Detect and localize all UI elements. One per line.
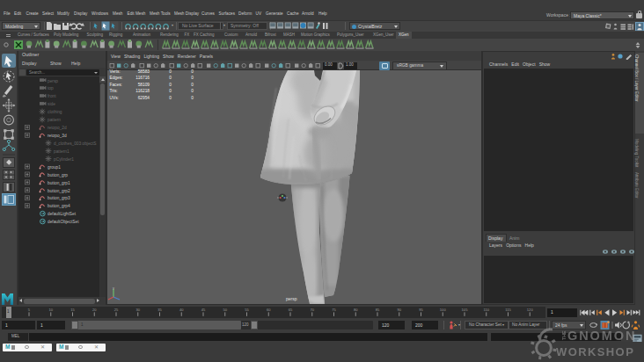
svg-text:pattern: pattern [48, 118, 61, 122]
svg-text:retopo_3d: retopo_3d [48, 134, 67, 138]
svg-text:defaultObjectSet: defaultObjectSet [48, 220, 79, 224]
svg-text:10: 10 [48, 308, 53, 312]
svg-text:pattern1: pattern1 [54, 149, 70, 154]
svg-text:60: 60 [267, 308, 271, 312]
svg-text:20: 20 [92, 308, 97, 312]
svg-text:WORKSHOP: WORKSHOP [556, 345, 634, 358]
svg-text:button_grp1: button_grp1 [48, 181, 70, 185]
svg-text:35: 35 [157, 308, 162, 312]
svg-text:d_clothes_003:objectS: d_clothes_003:objectS [54, 141, 97, 146]
svg-text:button_grp3: button_grp3 [48, 196, 70, 200]
svg-text:15: 15 [70, 308, 75, 312]
svg-text:side: side [48, 102, 55, 106]
svg-text:front: front [48, 94, 56, 98]
svg-text:defaultLightSet: defaultLightSet [48, 212, 77, 216]
svg-text:clothing: clothing [48, 110, 62, 114]
svg-text:120: 120 [527, 308, 534, 312]
svg-text:85: 85 [376, 308, 380, 312]
svg-text:group1: group1 [48, 165, 61, 170]
svg-text:65: 65 [289, 308, 293, 312]
svg-text:45: 45 [201, 308, 206, 312]
svg-text:button_grp: button_grp [48, 173, 68, 177]
svg-text:THE: THE [561, 330, 567, 340]
svg-text:95: 95 [419, 308, 423, 312]
svg-text:110: 110 [483, 308, 489, 312]
svg-text:105: 105 [462, 308, 469, 312]
svg-text:GNOMON: GNOMON [567, 329, 636, 343]
svg-text:100: 100 [440, 308, 447, 312]
svg-text:50: 50 [223, 308, 227, 312]
svg-text:button_grp2: button_grp2 [48, 189, 70, 193]
svg-text:70: 70 [310, 308, 314, 312]
svg-text:55: 55 [245, 308, 249, 312]
svg-text:pCylinder1: pCylinder1 [54, 157, 74, 162]
svg-text:top: top [48, 86, 54, 90]
svg-text:115: 115 [505, 308, 511, 312]
svg-text:75: 75 [332, 308, 336, 312]
svg-text:90: 90 [397, 308, 401, 312]
svg-text:5: 5 [28, 308, 31, 312]
svg-text:retopo_2d: retopo_2d [48, 126, 67, 130]
svg-text:40: 40 [179, 308, 184, 312]
svg-text:button_grp4: button_grp4 [48, 204, 70, 208]
svg-text:80: 80 [354, 308, 358, 312]
svg-text:30: 30 [135, 308, 140, 312]
svg-text:25: 25 [114, 308, 119, 312]
svg-text:persp: persp [48, 79, 58, 83]
